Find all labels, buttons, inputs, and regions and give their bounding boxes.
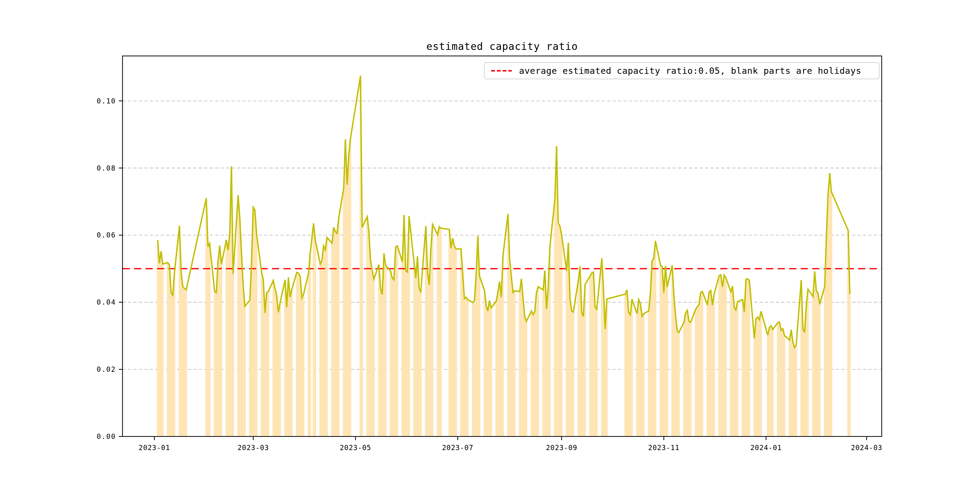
workday-bar xyxy=(790,330,792,436)
workday-bar xyxy=(278,312,280,436)
workday-bar xyxy=(695,309,697,436)
workday-bar xyxy=(630,315,631,436)
x-tick-label: 2023-09 xyxy=(546,444,578,452)
legend-label: average estimated capacity ratio:0.05, b… xyxy=(519,66,861,76)
x-tick-label: 2023-11 xyxy=(648,444,680,452)
average-line-legend-icon xyxy=(491,70,512,72)
workday-bar xyxy=(296,272,298,436)
workday-bar xyxy=(648,311,650,436)
workday-bar xyxy=(768,327,770,436)
workday-bar xyxy=(244,306,246,436)
workday-bar xyxy=(402,262,404,436)
workday-bar xyxy=(571,311,573,436)
workday-bar xyxy=(484,290,485,436)
workday-bar xyxy=(487,311,489,436)
workday-bar xyxy=(288,277,290,436)
workday-bar xyxy=(462,274,464,436)
workday-bar xyxy=(474,301,476,436)
workday-bar xyxy=(497,292,499,436)
workday-bar xyxy=(499,281,501,436)
workday-bar xyxy=(432,224,433,436)
workday-bar xyxy=(336,234,338,436)
workday-bar xyxy=(542,290,544,436)
y-tick-label: 0.06 xyxy=(97,231,116,239)
workday-bar xyxy=(643,313,644,436)
workday-bar xyxy=(378,265,380,436)
workday-bar xyxy=(526,321,528,436)
workday-bar xyxy=(390,271,392,436)
workday-bar xyxy=(655,241,656,436)
workday-bar xyxy=(438,227,440,436)
chart-title: estimated capacity ratio xyxy=(123,41,882,52)
workday-bar xyxy=(237,195,239,436)
workday-bar xyxy=(697,307,698,436)
workday-bar xyxy=(217,262,219,436)
workday-bar xyxy=(185,290,187,436)
workday-bar xyxy=(817,293,819,436)
workday-bar xyxy=(514,291,516,436)
x-tick-label: 2024-01 xyxy=(751,444,782,452)
workday-bar xyxy=(641,317,643,436)
workday-bar xyxy=(814,271,816,436)
workday-bar xyxy=(725,278,727,436)
workday-bar xyxy=(534,312,536,436)
workday-bar xyxy=(207,247,209,436)
workday-bar xyxy=(261,272,262,436)
workday-bar xyxy=(500,298,502,436)
workday-bar xyxy=(653,258,655,436)
workday-bar xyxy=(169,265,170,436)
workday-bar xyxy=(522,299,524,436)
workday-bar xyxy=(807,289,809,436)
workday-bar xyxy=(702,291,703,436)
workday-bar xyxy=(735,310,737,436)
workday-bar xyxy=(440,228,442,436)
workday-bar xyxy=(309,253,311,436)
workday-bar xyxy=(782,329,784,436)
workday-bar xyxy=(167,262,169,436)
workday-bar xyxy=(239,218,241,436)
workday-bar xyxy=(221,264,222,436)
workday-bar xyxy=(698,305,700,436)
workday-bar xyxy=(710,290,712,436)
y-tick-label: 0.08 xyxy=(97,164,116,172)
workday-bar xyxy=(561,235,563,436)
workday-bar xyxy=(323,246,325,436)
workday-bar xyxy=(722,287,724,436)
x-tick-label: 2024-03 xyxy=(851,444,882,452)
workday-bar xyxy=(685,313,687,436)
workday-bar xyxy=(784,336,786,436)
workday-bar xyxy=(667,287,668,436)
workday-bar xyxy=(407,272,408,436)
workday-bar xyxy=(348,155,350,436)
workday-bar xyxy=(524,317,526,436)
workday-bar xyxy=(450,248,452,436)
workday-bar xyxy=(249,300,251,436)
workday-bar xyxy=(686,310,688,436)
workday-bar xyxy=(596,309,598,436)
workday-bar xyxy=(299,277,301,436)
figure: 0.000.020.040.060.080.102023-012023-0320… xyxy=(0,0,980,490)
workday-bar xyxy=(718,276,720,436)
workday-bar xyxy=(214,291,216,436)
workday-bar xyxy=(601,258,603,436)
workday-bar xyxy=(713,294,715,436)
workday-bar xyxy=(792,342,794,436)
workday-bar xyxy=(216,293,218,436)
workday-bar xyxy=(815,291,817,436)
workday-bar xyxy=(605,329,606,436)
workday-bar xyxy=(636,313,638,436)
workday-bar xyxy=(368,231,370,436)
workday-bar xyxy=(678,332,680,436)
workday-bar xyxy=(650,293,652,436)
workday-bar xyxy=(789,340,790,436)
workday-bar xyxy=(180,272,182,436)
workday-bar xyxy=(479,276,480,436)
workday-bar xyxy=(733,307,735,436)
workday-bar xyxy=(747,279,749,436)
workday-bar xyxy=(753,339,755,436)
workday-bar xyxy=(531,311,532,436)
workday-bar xyxy=(303,294,305,436)
workday-bar xyxy=(385,265,387,436)
workday-bar xyxy=(266,293,268,436)
workday-bar xyxy=(780,330,782,436)
